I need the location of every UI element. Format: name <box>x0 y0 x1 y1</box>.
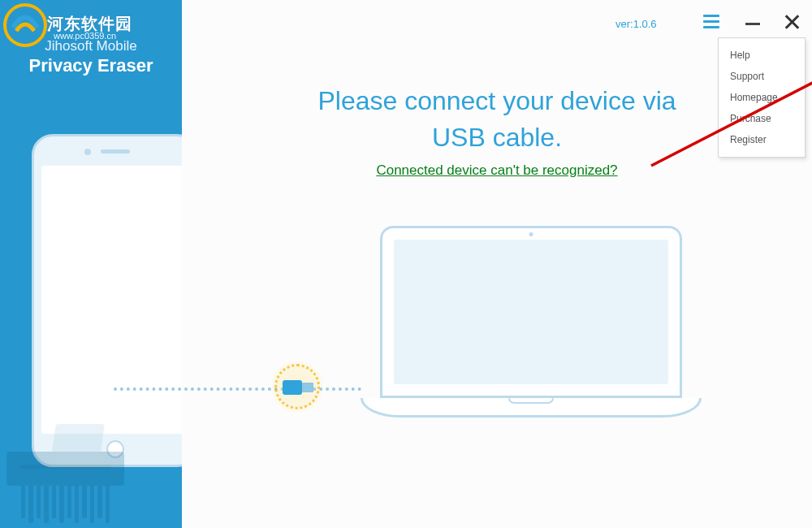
window-controls <box>703 11 801 31</box>
close-button[interactable] <box>783 12 801 30</box>
laptop-graphic <box>361 226 702 429</box>
help-link-row: Connected device can't be recognized? <box>182 162 812 179</box>
brand-subtitle: Jihosoft Mobile <box>0 38 182 54</box>
sidebar: 河东软件园 www.pc0359.cn Jihosoft Mobile Priv… <box>0 0 182 528</box>
headline-line2: USB cable. <box>432 123 562 152</box>
shredder-graphic <box>6 424 124 522</box>
brand-title: Privacy Eraser <box>0 55 182 76</box>
device-not-recognized-link[interactable]: Connected device can't be recognized? <box>376 162 617 178</box>
version-label: ver:1.0.6 <box>615 18 657 30</box>
menu-item-help[interactable]: Help <box>719 45 805 66</box>
usb-plug-icon <box>283 380 313 395</box>
phone-graphic <box>32 134 182 467</box>
hamburger-menu-icon[interactable] <box>703 11 723 31</box>
connect-headline: Please connect your device via USB cable… <box>182 83 812 156</box>
headline-line1: Please connect your device via <box>317 86 676 115</box>
main-area: ver:1.0.6 Help Support Homepage Purchase… <box>182 0 812 528</box>
minimize-button[interactable] <box>744 12 762 30</box>
